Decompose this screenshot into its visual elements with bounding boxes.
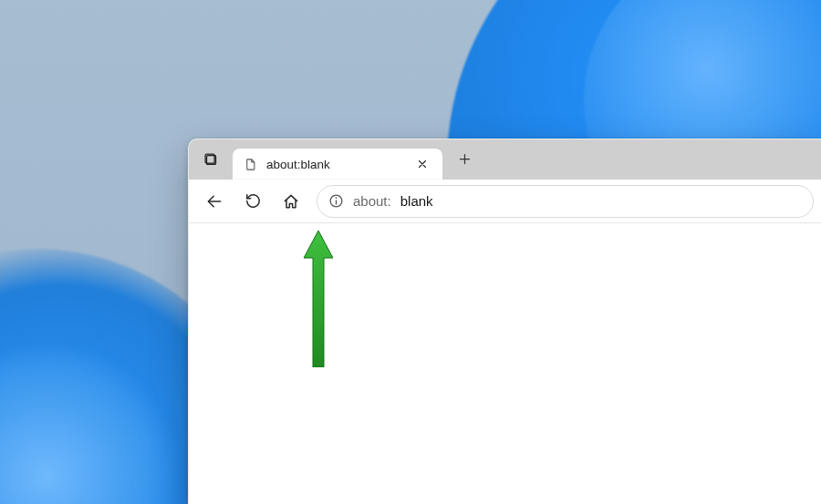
tab-strip: about:blank [189,139,821,180]
tab-actions-button[interactable] [196,145,225,174]
tab-title: about:blank [266,158,402,171]
page-icon [244,158,257,171]
back-button[interactable] [196,183,233,220]
plus-icon [458,152,472,166]
page-content [189,223,821,504]
new-tab-button[interactable] [450,144,479,173]
browser-window: about:blank [188,139,821,504]
tab-actions-icon [203,152,219,168]
reload-icon [244,192,262,210]
browser-tab[interactable]: about:blank [233,149,442,180]
close-icon [417,159,428,170]
home-icon [282,192,300,211]
home-button[interactable] [273,183,309,220]
url-host: blank [400,193,433,209]
arrow-left-icon [205,192,223,211]
url-scheme: about: [353,193,391,209]
tab-close-button[interactable] [411,153,433,175]
info-icon [328,193,344,209]
reload-button[interactable] [234,183,271,220]
address-bar[interactable]: about:blank [317,185,814,218]
toolbar: about:blank [189,180,821,223]
